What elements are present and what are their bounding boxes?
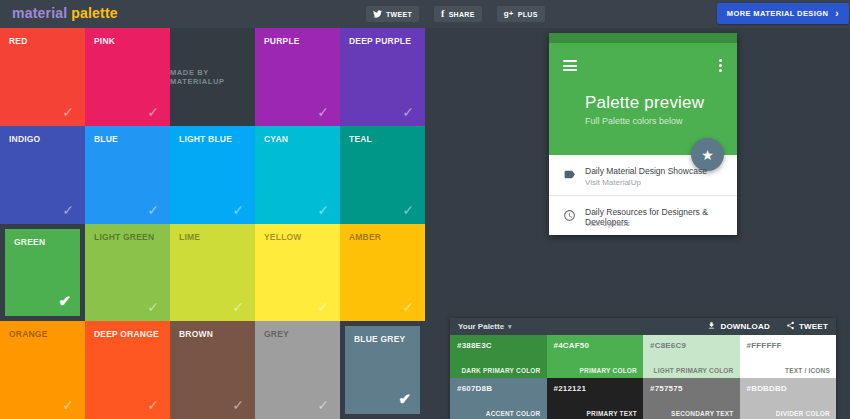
- share-button[interactable]: fSHARE: [434, 6, 482, 22]
- check-icon: ✓: [147, 397, 159, 413]
- hamburger-menu-icon[interactable]: [563, 60, 577, 74]
- swatch-hex: #4CAF50: [554, 341, 590, 350]
- tweet-palette-label: TWEET: [799, 322, 828, 331]
- tweet-button[interactable]: TWEET: [366, 6, 419, 22]
- swatch-role-label: TEXT / ICONS: [785, 367, 830, 374]
- palette-swatch-text-icons[interactable]: #FFFFFFTEXT / ICONS: [740, 335, 837, 378]
- logo-word-palette: palette: [71, 5, 118, 21]
- tweet-palette-button[interactable]: TWEET: [786, 321, 828, 332]
- check-icon: ✓: [232, 397, 244, 413]
- palette-swatches: #388E3CDARK PRIMARY COLOR#4CAF50PRIMARY …: [450, 335, 836, 419]
- tile-label: LIGHT BLUE: [179, 134, 232, 144]
- tile-label: CYAN: [264, 134, 288, 144]
- tile-label: PURPLE: [264, 36, 300, 46]
- check-icon: ✓: [62, 397, 74, 413]
- color-tile-green[interactable]: GREEN✔: [0, 224, 85, 322]
- chip-label: SHARE: [449, 11, 475, 18]
- color-tile-cyan[interactable]: CYAN✓: [255, 126, 340, 224]
- color-tile-purple[interactable]: PURPLE✓: [255, 28, 340, 126]
- color-tile-lime[interactable]: LIME✓: [170, 224, 255, 322]
- made-by-materialup-tile[interactable]: MADE BY MATERIALUP: [170, 28, 255, 126]
- tile-label: BLUE: [94, 134, 118, 144]
- share-icon: [786, 321, 795, 332]
- color-tile-indigo[interactable]: INDIGO✓: [0, 126, 85, 224]
- color-tile-yellow[interactable]: YELLOW✓: [255, 224, 340, 322]
- label-icon: [563, 167, 576, 185]
- tile-label: YELLOW: [264, 232, 302, 242]
- swatch-hex: #607D8B: [457, 384, 492, 393]
- color-tile-deep-purple[interactable]: DEEP PURPLE✓: [340, 28, 425, 126]
- palette-swatch-secondary-text[interactable]: #757575SECONDARY TEXT: [643, 378, 740, 419]
- kebab-menu-icon[interactable]: [717, 59, 724, 74]
- your-palette-dropdown[interactable]: Your Palette ▾: [458, 322, 512, 331]
- check-icon: ✓: [62, 104, 74, 120]
- card-list-item-visit-uplabs[interactable]: Daily Resources for Designers & Develope…: [549, 195, 737, 236]
- palette-swatch-dark-primary-color[interactable]: #388E3CDARK PRIMARY COLOR: [450, 335, 547, 378]
- watermark-text: MADE BY MATERIALUP: [170, 68, 255, 86]
- swatch-role-label: PRIMARY COLOR: [580, 367, 638, 374]
- plus-button[interactable]: g+PLUS: [497, 6, 545, 22]
- check-icon: ✓: [317, 104, 329, 120]
- color-tile-red[interactable]: RED✓: [0, 28, 85, 126]
- chevron-right-icon: ›: [835, 8, 839, 19]
- color-tile-deep-orange[interactable]: DEEP ORANGE✓: [85, 321, 170, 419]
- swatch-hex: #FFFFFF: [747, 341, 782, 350]
- facebook-icon: f: [441, 10, 445, 18]
- tile-label: PINK: [94, 36, 115, 46]
- palette-swatch-light-primary-color[interactable]: #C8E6C9LIGHT PRIMARY COLOR: [643, 335, 740, 378]
- color-tile-pink[interactable]: PINK✓: [85, 28, 170, 126]
- swatch-role-label: ACCENT COLOR: [486, 410, 541, 417]
- check-icon: ✔: [398, 390, 411, 408]
- check-icon: ✓: [232, 202, 244, 218]
- google-plus-icon: g+: [504, 10, 514, 18]
- check-icon: ✓: [147, 299, 159, 315]
- check-icon: ✓: [147, 104, 159, 120]
- tile-label: LIME: [179, 232, 200, 242]
- color-tile-brown[interactable]: BROWN✓: [170, 321, 255, 419]
- tile-label: DEEP PURPLE: [349, 36, 411, 46]
- material-palette-page: materialpalette TWEETfSHAREg+PLUS MORE M…: [0, 0, 850, 419]
- download-button[interactable]: DOWNLOAD: [707, 321, 770, 332]
- palette-swatch-accent-color[interactable]: #607D8BACCENT COLOR: [450, 378, 547, 419]
- palette-swatch-primary-text[interactable]: #212121PRIMARY TEXT: [547, 378, 644, 419]
- card-title: Palette preview: [585, 93, 704, 113]
- color-tile-blue-grey[interactable]: BLUE GREY✔: [340, 321, 425, 419]
- color-tile-blue[interactable]: BLUE✓: [85, 126, 170, 224]
- tile-label: BLUE GREY: [354, 334, 405, 344]
- logo-word-material: material: [12, 5, 67, 21]
- color-tile-light-blue[interactable]: LIGHT BLUE✓: [170, 126, 255, 224]
- tile-label: LIGHT GREEN: [94, 232, 154, 242]
- your-palette-title: Your Palette: [458, 322, 504, 331]
- list-item-subtitle: Visit UpLabs: [585, 219, 630, 228]
- color-tile-light-green[interactable]: LIGHT GREEN✓: [85, 224, 170, 322]
- palette-swatch-divider-color[interactable]: #BDBDBDDIVIDER COLOR: [740, 378, 837, 419]
- palette-preview-card: Palette preview Full Palette colors belo…: [549, 33, 737, 235]
- check-icon: ✓: [232, 299, 244, 315]
- color-tile-teal[interactable]: TEAL✓: [340, 126, 425, 224]
- check-icon: ✓: [402, 299, 414, 315]
- swatch-role-label: PRIMARY TEXT: [587, 410, 637, 417]
- list-item-subtitle: Visit MaterialUp: [585, 178, 641, 187]
- color-tile-orange[interactable]: ORANGE✓: [0, 321, 85, 419]
- chevron-down-icon: ▾: [508, 323, 512, 331]
- site-logo[interactable]: materialpalette: [12, 5, 118, 21]
- tile-label: INDIGO: [9, 134, 40, 144]
- color-tile-grey[interactable]: GREY✓: [255, 321, 340, 419]
- tile-label: TEAL: [349, 134, 372, 144]
- tile-label: AMBER: [349, 232, 381, 242]
- swatch-role-label: DARK PRIMARY COLOR: [461, 367, 540, 374]
- swatch-role-label: LIGHT PRIMARY COLOR: [654, 367, 734, 374]
- palette-swatch-primary-color[interactable]: #4CAF50PRIMARY COLOR: [547, 335, 644, 378]
- card-subtitle: Full Palette colors below: [585, 116, 683, 126]
- more-material-design-button[interactable]: MORE MATERIAL DESIGN ›: [717, 3, 849, 24]
- swatch-hex: #BDBDBD: [747, 384, 788, 393]
- color-tile-amber[interactable]: AMBER✓: [340, 224, 425, 322]
- card-list-item-visit-materialup[interactable]: Daily Material Design ShowcaseVisit Mate…: [549, 155, 737, 195]
- swatch-role-label: DIVIDER COLOR: [776, 410, 830, 417]
- swatch-hex: #212121: [554, 384, 587, 393]
- tile-label: GREY: [264, 329, 289, 339]
- swatch-role-label: SECONDARY TEXT: [671, 410, 733, 417]
- swatch-hex: #388E3C: [457, 341, 492, 350]
- chip-label: PLUS: [518, 11, 538, 18]
- chip-label: TWEET: [386, 11, 412, 18]
